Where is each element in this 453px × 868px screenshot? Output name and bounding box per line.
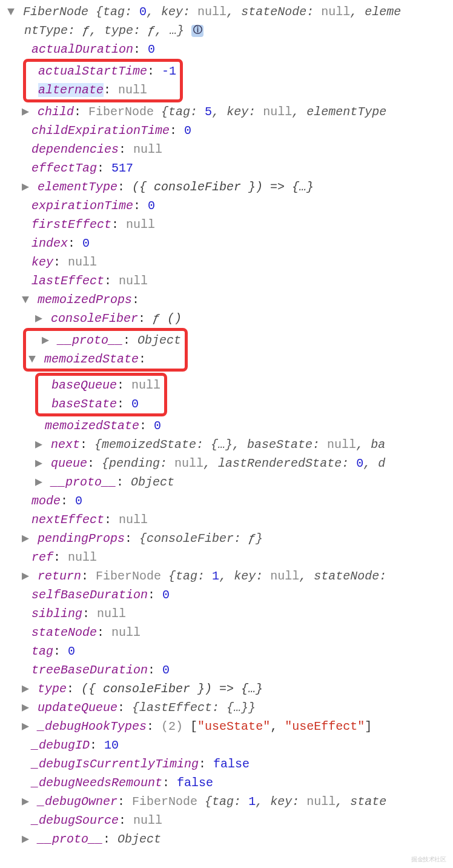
prop-stateNode[interactable]: stateNode: null — [5, 623, 448, 642]
prop-dependencies[interactable]: dependencies: null — [5, 140, 448, 159]
prop-memoizedState-next[interactable]: ▶ next: {memoizedState: {…}, baseState: … — [5, 435, 448, 454]
expand-icon[interactable]: ▶ — [42, 331, 50, 350]
prop-memoizedState-proto[interactable]: ▶ __proto__: Object — [5, 473, 448, 492]
prop-pendingProps[interactable]: ▶ pendingProps: {consoleFiber: ƒ} — [5, 529, 448, 548]
object-header[interactable]: ▼ FiberNode {tag: 0, key: null, stateNod… — [5, 2, 448, 40]
expand-icon[interactable]: ▶ — [22, 679, 30, 698]
expand-icon[interactable]: ▶ — [22, 567, 30, 586]
prop-treeBaseDuration[interactable]: treeBaseDuration: 0 — [5, 661, 448, 679]
expand-icon[interactable]: ▼ — [28, 350, 37, 369]
prop-sibling[interactable]: sibling: null — [5, 604, 448, 623]
prop-memoizedState[interactable]: ▼ memoizedState: — [30, 350, 181, 369]
prop-debugIsCurrentlyTiming[interactable]: _debugIsCurrentlyTiming: false — [5, 755, 448, 773]
expand-icon[interactable]: ▶ — [35, 454, 44, 473]
expand-icon[interactable]: ▶ — [35, 473, 44, 492]
prop-selfBaseDuration[interactable]: selfBaseDuration: 0 — [5, 586, 448, 604]
prop-actualStartTime[interactable]: actualStartTime: -1 — [30, 62, 176, 81]
prop-nextEffect[interactable]: nextEffect: null — [5, 510, 448, 529]
highlight-box-3: baseQueue: null baseState: 0 — [35, 373, 167, 416]
prop-memoizedProps[interactable]: ▼ memoizedProps: — [5, 290, 448, 309]
prop-mode[interactable]: mode: 0 — [5, 492, 448, 510]
expand-icon[interactable]: ▶ — [22, 178, 30, 196]
prop-effectTag[interactable]: effectTag: 517 — [5, 159, 448, 178]
prop-memoizedState-baseQueue[interactable]: baseQueue: null — [42, 376, 160, 395]
expand-icon[interactable]: ▶ — [22, 792, 30, 811]
prop-expirationTime[interactable]: expirationTime: 0 — [5, 196, 448, 215]
expand-icon[interactable]: ▶ — [22, 529, 30, 548]
prop-lastEffect[interactable]: lastEffect: null — [5, 272, 448, 290]
highlight-box-1: actualStartTime: -1 alternate: null — [23, 59, 183, 102]
expand-icon[interactable]: ▶ — [22, 102, 30, 121]
prop-memoizedState-memoizedState[interactable]: memoizedState: 0 — [5, 416, 448, 435]
prop-memoizedState-queue[interactable]: ▶ queue: {pending: null, lastRenderedSta… — [5, 454, 448, 473]
prop-alternate[interactable]: alternate: null — [30, 81, 176, 99]
prop-child[interactable]: ▶ child: FiberNode {tag: 5, key: null, e… — [5, 102, 448, 121]
expand-icon[interactable]: ▶ — [22, 698, 30, 717]
prop-updateQueue[interactable]: ▶ updateQueue: {lastEffect: {…}} — [5, 698, 448, 717]
expand-icon[interactable]: ▼ — [7, 2, 16, 21]
prop-type[interactable]: ▶ type: ({ consoleFiber }) => {…} — [5, 679, 448, 698]
prop-proto[interactable]: ▶ __proto__: Object — [5, 830, 448, 849]
prop-memoizedProps-consoleFiber[interactable]: ▶ consoleFiber: ƒ () — [5, 309, 448, 328]
prop-debugOwner[interactable]: ▶ _debugOwner: FiberNode {tag: 1, key: n… — [5, 792, 448, 811]
prop-key[interactable]: key: null — [5, 253, 448, 272]
expand-icon[interactable]: ▶ — [22, 830, 30, 849]
object-type-name: FiberNode — [23, 5, 88, 19]
prop-debugHookTypes[interactable]: ▶ _debugHookTypes: (2) ["useState", "use… — [5, 717, 448, 736]
prop-childExpirationTime[interactable]: childExpirationTime: 0 — [5, 121, 448, 140]
info-icon[interactable]: ⓘ — [191, 25, 203, 37]
expand-icon[interactable]: ▶ — [35, 309, 44, 328]
prop-index[interactable]: index: 0 — [5, 234, 448, 253]
expand-icon[interactable]: ▶ — [35, 435, 44, 454]
prop-tag[interactable]: tag: 0 — [5, 642, 448, 661]
prop-return[interactable]: ▶ return: FiberNode {tag: 1, key: null, … — [5, 567, 448, 586]
prop-elementType[interactable]: ▶ elementType: ({ consoleFiber }) => {…} — [5, 178, 448, 196]
prop-ref[interactable]: ref: null — [5, 548, 448, 567]
prop-debugID[interactable]: _debugID: 10 — [5, 736, 448, 755]
prop-debugNeedsRemount[interactable]: _debugNeedsRemount: false — [5, 773, 448, 792]
expand-icon[interactable]: ▶ — [22, 717, 30, 736]
prop-actualDuration[interactable]: actualDuration: 0 — [5, 40, 448, 59]
expand-icon[interactable]: ▼ — [22, 290, 30, 309]
prop-firstEffect[interactable]: firstEffect: null — [5, 215, 448, 234]
highlight-box-2: ▶ __proto__: Object ▼ memoizedState: — [23, 328, 188, 372]
prop-memoizedProps-proto[interactable]: ▶ __proto__: Object — [30, 331, 181, 350]
prop-memoizedState-baseState[interactable]: baseState: 0 — [42, 395, 160, 413]
prop-debugSource[interactable]: _debugSource: null — [5, 811, 448, 830]
